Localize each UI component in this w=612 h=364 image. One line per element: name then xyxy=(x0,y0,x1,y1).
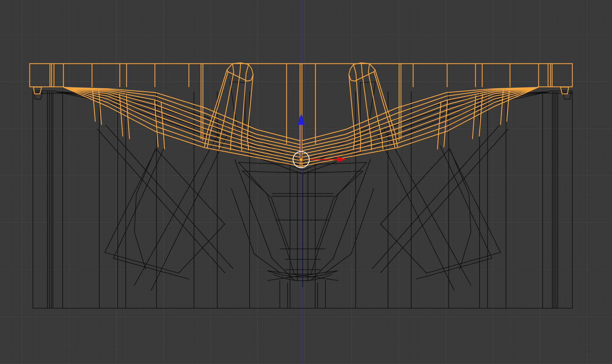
viewport[interactable] xyxy=(0,0,612,364)
viewport-canvas[interactable] xyxy=(0,0,612,364)
grid xyxy=(0,0,612,364)
origin-dot-icon xyxy=(299,158,303,162)
gizmo-z-axis-arrow[interactable] xyxy=(298,113,305,160)
